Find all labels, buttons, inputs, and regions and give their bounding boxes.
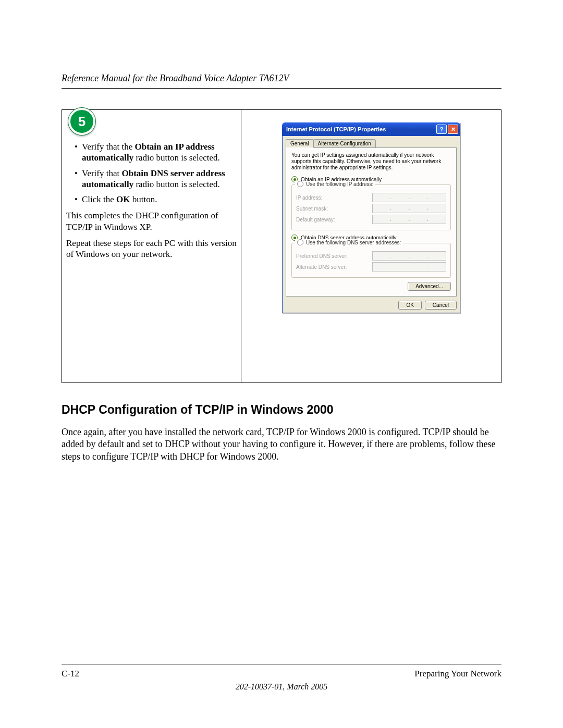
dialog-title: Internet Protocol (TCP/IP) Properties (286, 126, 386, 132)
step-para-1: This completes the DHCP configuration of… (66, 210, 237, 232)
screenshot-column: Internet Protocol (TCP/IP) Properties ? … (241, 110, 501, 382)
input-ip-address[interactable]: ... (372, 193, 446, 202)
header-rule (62, 88, 501, 89)
dialog-description: You can get IP settings assigned automat… (291, 152, 451, 171)
tcpip-properties-dialog: Internet Protocol (TCP/IP) Properties ? … (282, 122, 460, 313)
dialog-titlebar[interactable]: Internet Protocol (TCP/IP) Properties ? … (282, 122, 460, 136)
label-subnet-mask: Subnet mask: (296, 206, 328, 212)
tab-alternate-configuration[interactable]: Alternate Configuration (313, 139, 376, 148)
footer-rule (62, 664, 501, 664)
fieldset-manual-ip: Use the following IP address: IP address… (291, 184, 451, 230)
bullet-1: Verify that the Obtain an IP address aut… (75, 141, 237, 164)
page-number: C-12 (62, 669, 79, 679)
cancel-button[interactable]: Cancel (425, 301, 457, 310)
input-default-gateway[interactable]: ... (372, 215, 446, 224)
close-icon: ✕ (451, 127, 456, 132)
advanced-button[interactable]: Advanced... (408, 282, 451, 291)
step-para-2: Repeat these steps for each PC with this… (66, 238, 237, 260)
section-heading: DHCP Configuration of TCP/IP in Windows … (62, 403, 501, 417)
document-header: Reference Manual for the Broadband Voice… (62, 73, 501, 84)
input-subnet-mask[interactable]: ... (372, 204, 446, 213)
step-content-frame: 5 Verify that the Obtain an IP address a… (62, 109, 501, 383)
input-alternate-dns[interactable]: ... (372, 262, 446, 272)
close-button[interactable]: ✕ (448, 125, 458, 134)
fieldset-manual-dns: Use the following DNS server addresses: … (291, 243, 451, 278)
tab-general[interactable]: General (286, 139, 314, 148)
doc-id-date: 202-10037-01, March 2005 (62, 682, 501, 692)
input-preferred-dns[interactable]: ... (372, 251, 446, 261)
bullet-3: Click the OK button. (75, 194, 237, 205)
step-number-badge: 5 (68, 108, 95, 135)
radio-use-following-dns[interactable]: Use the following DNS server addresses: (306, 240, 401, 245)
radio-dot-unchecked-icon[interactable] (297, 181, 303, 187)
section-body: Once again, after you have installed the… (62, 426, 501, 463)
label-preferred-dns: Preferred DNS server: (296, 253, 348, 259)
radio-use-following-ip[interactable]: Use the following IP address: (306, 181, 373, 187)
bullet-2: Verify that Obtain DNS server address au… (75, 168, 237, 190)
step-text-column: 5 Verify that the Obtain an IP address a… (62, 110, 241, 382)
section-name: Preparing Your Network (414, 669, 501, 679)
label-alternate-dns: Alternate DNS server: (296, 264, 347, 270)
radio-dot-unchecked-icon[interactable] (297, 239, 303, 245)
page-footer: C-12 Preparing Your Network 202-10037-01… (62, 664, 501, 692)
label-default-gateway: Default gateway: (296, 217, 335, 223)
ok-button[interactable]: OK (398, 301, 421, 310)
help-button[interactable]: ? (436, 125, 447, 134)
label-ip-address: IP address: (296, 195, 322, 201)
